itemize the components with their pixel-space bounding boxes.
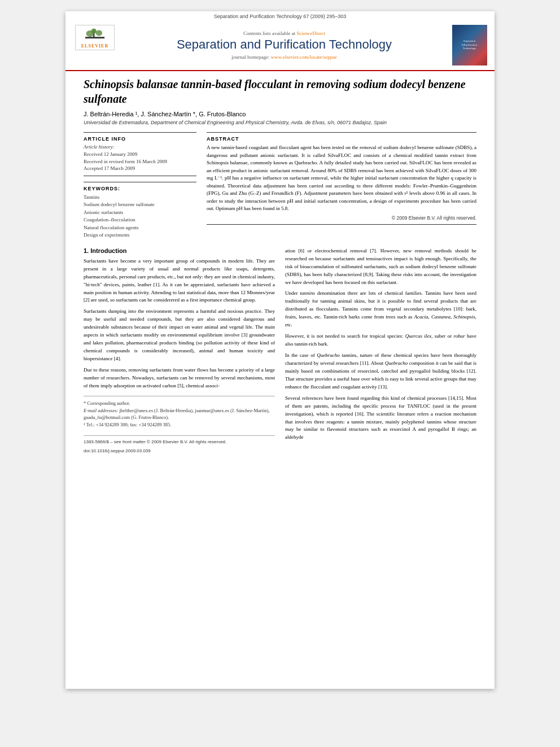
article-title: Schinopsis balansae tannin-based floccul… <box>84 77 476 106</box>
logo-box: ELSEVIER <box>75 25 115 50</box>
doi-line: doi:10.1016/j.seppur.2009.03.039 <box>84 444 275 455</box>
accepted-date: Accepted 17 March 2009 <box>84 165 196 172</box>
keyword-coagulation: Coagulation–flocculation <box>84 216 196 224</box>
issn-text: 1383-5866/$ – see front matter © 2009 El… <box>84 439 226 444</box>
keyword-tannins: Tannins <box>84 194 196 202</box>
right-para3: However, it is not needed to search for … <box>285 333 476 348</box>
abstract-section: ABSTRACT A new tannin-based coagulant an… <box>207 132 476 225</box>
intro-para2: Surfactants dumping into the environment… <box>84 308 275 363</box>
article-info-label: ARTICLE INFO <box>84 136 196 142</box>
article-info-col: ARTICLE INFO Article history: Received 1… <box>84 132 196 239</box>
copyright-line: © 2009 Elsevier B.V. All rights reserved… <box>207 215 476 221</box>
tel-note: ¹ Tel.: +34 924289 300; fax: +34 924289 … <box>84 421 275 429</box>
journal-name: Separation and Purification Technology <box>177 37 392 52</box>
bottom-bar: 1383-5866/$ – see front matter © 2009 El… <box>84 435 275 444</box>
article-body: Schinopsis balansae tannin-based floccul… <box>65 71 495 466</box>
footnote-area: * Corresponding author. E-mail addresses… <box>84 396 275 429</box>
abstract-label: ABSTRACT <box>207 136 476 142</box>
intro-para3: Due to these reasons, removing surfactan… <box>84 366 275 390</box>
keyword-sdbs: Sodium dodecyl benzene sulfonate <box>84 201 196 209</box>
keywords-section: Keywords: Tannins Sodium dodecyl benzene… <box>84 182 196 239</box>
main-content: 1. Introduction Surfactants have become … <box>84 247 476 455</box>
received-date: Received 12 January 2009 <box>84 151 196 158</box>
elsevier-tree-icon <box>84 27 106 42</box>
revised-date: Received in revised form 16 March 2009 <box>84 158 196 165</box>
svg-rect-0 <box>85 37 104 38</box>
homepage-url[interactable]: www.elsevier.com/locate/seppur <box>271 54 337 60</box>
right-para5: Several references have been found regar… <box>285 395 476 442</box>
cover-thumbnail: SeparationE|PurificationTechnology <box>452 25 487 65</box>
right-main-col: ation [6] or electrochemical removal [7]… <box>285 247 476 455</box>
email-note: E-mail addresses: jbelther@unex.es (J. B… <box>84 407 275 422</box>
affiliation: Universidad de Extremadura, Department o… <box>84 120 476 125</box>
right-para4: In the case of Quebracho tannins, nature… <box>285 352 476 391</box>
article-info-section: ARTICLE INFO Article history: Received 1… <box>84 132 196 176</box>
intro-heading: 1. Introduction <box>84 247 275 254</box>
article-info-abstract: ARTICLE INFO Article history: Received 1… <box>84 132 476 239</box>
journal-title-area: Contents lists available at ScienceDirec… <box>123 25 445 65</box>
keyword-natural: Natural flocculation agents <box>84 224 196 232</box>
intro-para1: Surfactants have become a very important… <box>84 257 275 305</box>
authors: J. Beltrán-Heredia ¹, J. Sánchez-Martín … <box>84 111 476 117</box>
top-citation: Separation and Purification Technology 6… <box>65 11 495 20</box>
keywords-label: Keywords: <box>84 186 196 191</box>
right-para1: ation [6] or electrochemical removal [7]… <box>285 247 476 287</box>
corresponding-note: * Corresponding author. <box>84 400 275 407</box>
left-main-col: 1. Introduction Surfactants have become … <box>84 247 275 455</box>
history-label: Article history: <box>84 144 196 150</box>
article-page: Separation and Purification Technology 6… <box>65 11 495 689</box>
journal-cover: SeparationE|PurificationTechnology <box>451 25 488 65</box>
elsevier-wordmark: ELSEVIER <box>81 43 108 49</box>
svg-point-3 <box>96 30 102 36</box>
keyword-design: Design of experiments <box>84 231 196 239</box>
journal-homepage: journal homepage: www.elsevier.com/locat… <box>231 54 336 60</box>
keyword-anionic: Anionic surfactants <box>84 209 196 217</box>
abstract-col: ABSTRACT A new tannin-based coagulant an… <box>207 132 476 239</box>
journal-header: ELSEVIER Contents lists available at Sci… <box>65 20 495 71</box>
right-para2: Under tannins denomination there are lot… <box>285 290 476 329</box>
sciencedirect-link[interactable]: ScienceDirect <box>297 30 325 36</box>
abstract-text: A new tannin-based coagulant and floccul… <box>207 144 476 213</box>
cover-text: SeparationE|PurificationTechnology <box>462 40 478 51</box>
svg-point-4 <box>91 28 97 33</box>
elsevier-logo: ELSEVIER <box>72 25 117 65</box>
sciencedirect-line: Contents lists available at ScienceDirec… <box>243 30 325 36</box>
